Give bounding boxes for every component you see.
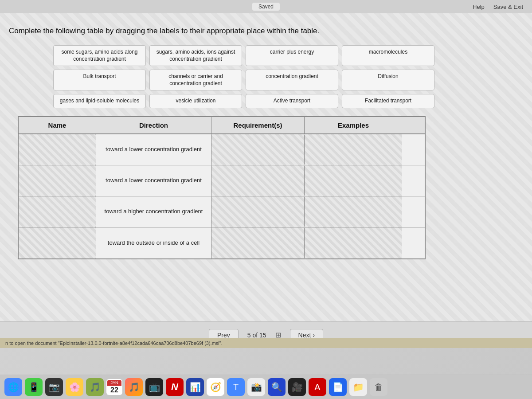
row1-examples-drop[interactable] (305, 134, 402, 165)
col-header-examples: Examples (305, 117, 402, 133)
dock-item-trash[interactable]: 🗑 (370, 378, 387, 396)
main-table: Name Direction Requirement(s) Examples t… (18, 116, 426, 259)
label-chip-9[interactable]: gases and lipid-soluble molecules (53, 94, 146, 108)
table-row: toward a lower concentration gradient (19, 134, 425, 165)
table-row: toward a lower concentration gradient (19, 165, 425, 196)
row4-name-drop[interactable] (19, 227, 96, 258)
label-chip-7[interactable]: concentration gradient (246, 70, 338, 90)
row3-examples-drop[interactable] (305, 196, 402, 227)
labels-area: some sugars, amino acids along concentra… (53, 45, 434, 108)
dock-item-a[interactable]: A (309, 378, 326, 396)
dock-item-bars[interactable]: 📊 (186, 378, 204, 396)
dock-item-file[interactable]: 📁 (349, 378, 367, 396)
col-header-direction: Direction (96, 117, 211, 133)
row1-name-drop[interactable] (19, 134, 96, 165)
dock-item-photos[interactable]: 📸 (247, 378, 265, 396)
dock-item-siri[interactable]: 🎵 (86, 378, 104, 396)
row1-direction: toward a lower concentration gradient (96, 134, 211, 165)
dock-item-safari[interactable]: 🧭 (207, 378, 224, 396)
dock-item-phone[interactable]: 📱 (25, 378, 43, 396)
save-exit-link[interactable]: Save & Exit (493, 4, 523, 10)
dock-item-doc[interactable]: 📄 (329, 378, 347, 396)
row4-requirements-drop[interactable] (211, 227, 305, 258)
dock-item-video[interactable]: 📷 (45, 378, 63, 396)
dock-item-browser[interactable]: 🌐 (4, 378, 22, 396)
dock-item-flower[interactable]: 🌸 (66, 378, 83, 396)
table-row: toward a higher concentration gradient (19, 196, 425, 227)
dock-item-camcorder[interactable]: 🎥 (288, 378, 306, 396)
page-instruction: Complete the following table by dragging… (9, 27, 523, 35)
saved-badge: Saved (252, 3, 280, 11)
label-chip-11[interactable]: Active transport (246, 94, 338, 108)
top-bar: Saved Help Save & Exit (0, 0, 532, 13)
saved-label: Saved (258, 4, 274, 10)
row2-name-drop[interactable] (19, 165, 96, 196)
label-chip-5[interactable]: Bulk transport (53, 70, 146, 90)
label-chip-6[interactable]: channels or carrier and concentration gr… (149, 70, 242, 90)
row2-examples-drop[interactable] (305, 165, 402, 196)
dock-item-music[interactable]: 🎵 (125, 378, 143, 396)
row1-requirements-drop[interactable] (211, 134, 305, 165)
row4-examples-drop[interactable] (305, 227, 402, 258)
row2-direction: toward a lower concentration gradient (96, 165, 211, 196)
label-chip-1[interactable]: some sugars, amino acids along concentra… (53, 45, 146, 66)
table-row: toward the outside or inside of a cell (19, 227, 425, 258)
col-header-requirements: Requirement(s) (211, 117, 305, 133)
label-chip-2[interactable]: sugars, amino acids, ions against concen… (149, 45, 242, 66)
row3-requirements-drop[interactable] (211, 196, 305, 227)
row4-direction: toward the outside or inside of a cell (96, 227, 211, 258)
screen-content: Saved Help Save & Exit Complete the foll… (0, 0, 532, 375)
notification-text: n to open the document "EpicInstaller-13… (5, 340, 223, 346)
row3-direction: toward a higher concentration gradient (96, 196, 211, 227)
page-info: 5 of 15 (247, 332, 266, 339)
dock-item-preview[interactable]: 🔍 (268, 378, 286, 396)
label-chip-4[interactable]: macromolecules (342, 45, 434, 66)
table-header: Name Direction Requirement(s) Examples (19, 117, 425, 134)
label-chip-8[interactable]: Diffusion (342, 70, 434, 90)
label-chip-12[interactable]: Facilitated transport (342, 94, 434, 108)
label-chip-10[interactable]: vesicle utilization (149, 94, 242, 108)
mac-dock: 🌐 📱 📷 🌸 🎵 JAN 22 🎵 📺 N 📊 🧭 T 📸 🔍 🎥 A 📄 📁… (0, 375, 532, 399)
col-header-name: Name (19, 117, 96, 133)
row3-name-drop[interactable] (19, 196, 96, 227)
help-link[interactable]: Help (473, 4, 485, 10)
dock-item-translate[interactable]: T (227, 378, 245, 396)
dock-item-tv[interactable]: 📺 (145, 378, 163, 396)
screen: Saved Help Save & Exit Complete the foll… (0, 0, 532, 399)
row2-requirements-drop[interactable] (211, 165, 305, 196)
main-content: Complete the following table by dragging… (0, 13, 532, 348)
notification-bar: n to open the document "EpicInstaller-13… (0, 338, 532, 348)
label-chip-3[interactable]: carrier plus energy (246, 45, 338, 66)
dock-item-n[interactable]: N (166, 378, 184, 396)
dock-calendar[interactable]: JAN 22 (106, 379, 122, 395)
